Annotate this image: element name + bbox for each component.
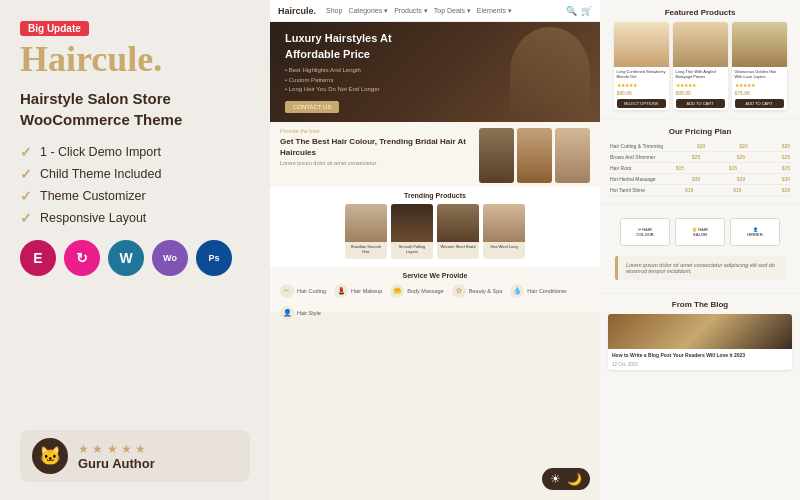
scissors-icon: ✂ bbox=[280, 284, 294, 298]
dark-mode-icon: 🌙 bbox=[567, 472, 582, 486]
search-icon[interactable]: 🔍 bbox=[566, 6, 577, 16]
sim-trending-section: Trending Products Brazilian Smooth Hair … bbox=[270, 187, 600, 267]
trending-label-2: Smooth Falling Layers bbox=[391, 242, 433, 256]
conditioner-icon: 💧 bbox=[510, 284, 524, 298]
author-avatar: 🐱 bbox=[32, 438, 68, 474]
service-beauty-spa: ✿ Beauty & Spa bbox=[452, 284, 503, 298]
trending-item-2: Smooth Falling Layers bbox=[391, 204, 433, 259]
photoshop-badge: Ps bbox=[196, 240, 232, 276]
nav-top-deals[interactable]: Top Deals ▾ bbox=[434, 7, 471, 15]
bridal-img-1 bbox=[479, 128, 514, 183]
services-title: Service We Provide bbox=[280, 272, 590, 279]
featured-name-2: Long Thin With Angled Balayage Pieces bbox=[673, 67, 728, 81]
brand-logo-1: ✂ HAIRCOLOUR bbox=[620, 218, 670, 246]
author-label: Guru Author bbox=[78, 456, 155, 471]
featured-btn-1[interactable]: SELECT OPTIONS bbox=[617, 99, 666, 108]
featured-card-3: Glamorous Golden Hair With Luxe Layers ★… bbox=[732, 22, 787, 110]
featured-stars-3: ★★★★★ bbox=[732, 81, 787, 89]
featured-img-1 bbox=[614, 22, 669, 67]
sim-hero: Luxury Hairstyles At Affordable Price • … bbox=[270, 22, 600, 122]
hero-bullets: • Best Highlights And Length • Custom Pa… bbox=[285, 66, 405, 95]
pricing-row-1: Hair Cutting & Trimming $20 $20 $20 bbox=[610, 141, 790, 152]
main-demo: Haircule. Shop Categories ▾ Products ▾ T… bbox=[270, 0, 600, 500]
nav-shop[interactable]: Shop bbox=[326, 7, 342, 15]
featured-img-3 bbox=[732, 22, 787, 67]
featured-price-2: $85.00 bbox=[673, 89, 728, 97]
check-icon: ✓ bbox=[20, 188, 32, 204]
service-name-1: Hair Cutting bbox=[297, 288, 326, 294]
service-name-2: Hair Makeup bbox=[351, 288, 382, 294]
massage-icon: 🤲 bbox=[390, 284, 404, 298]
check-icon: ✓ bbox=[20, 166, 32, 182]
elementor-badge: E bbox=[20, 240, 56, 276]
bridal-title: Get The Best Hair Colour, Trending Brida… bbox=[280, 136, 473, 158]
testimonial-quote: Lorem ipsum dolor sit amet consectetur a… bbox=[615, 256, 785, 280]
nav-categories[interactable]: Categories ▾ bbox=[348, 7, 388, 15]
brand-logo-2: 🖐 HAIRSALON bbox=[675, 218, 725, 246]
demo-preview: Haircule. Shop Categories ▾ Products ▾ T… bbox=[270, 0, 800, 500]
bridal-img-2 bbox=[517, 128, 552, 183]
service-name-6: Hair Style bbox=[297, 310, 321, 316]
logos-section: ✂ HAIRCOLOUR 🖐 HAIRSALON 👤HIRREN Lorem i… bbox=[600, 205, 800, 294]
featured-name-3: Glamorous Golden Hair With Luxe Layers bbox=[732, 67, 787, 81]
trending-label-4: Sea Wind Long bbox=[488, 242, 519, 251]
bridal-images bbox=[479, 128, 590, 181]
theme-logo: Haircule. bbox=[20, 40, 250, 80]
hero-cta-button[interactable]: CONTACT US bbox=[285, 101, 339, 113]
service-name-5: Hair Conditioner bbox=[527, 288, 567, 294]
blog-title: From The Blog bbox=[608, 300, 792, 309]
trending-title: Trending Products bbox=[280, 192, 590, 199]
author-info: ★ ★ ★ ★ ★ Guru Author bbox=[78, 442, 155, 471]
blog-post-title-1: How to Write a Blog Post Your Readers Wi… bbox=[608, 349, 792, 361]
blog-section: From The Blog How to Write a Blog Post Y… bbox=[600, 294, 800, 380]
pricing-row-4: Hot Herbal Massage $30 $30 $30 bbox=[610, 174, 790, 185]
bridal-text: Provide the best Get The Best Hair Colou… bbox=[280, 128, 473, 181]
spa-icon: ✿ bbox=[452, 284, 466, 298]
services-grid: ✂ Hair Cutting 💄 Hair Makeup 🤲 Body Mass… bbox=[280, 284, 590, 320]
featured-img-2 bbox=[673, 22, 728, 67]
trending-grid: Brazilian Smooth Hair Smooth Falling Lay… bbox=[280, 204, 590, 259]
service-hair-makeup: 💄 Hair Makeup bbox=[334, 284, 382, 298]
update-badge: Big Update bbox=[20, 21, 89, 36]
tech-badges: E ↻ W Wo Ps bbox=[20, 240, 250, 276]
feature-item: ✓ 1 - Click Demo Import bbox=[20, 144, 250, 160]
dark-mode-toggle[interactable]: ☀ 🌙 bbox=[542, 468, 590, 490]
featured-price-3: $75.00 bbox=[732, 89, 787, 97]
trending-img-2 bbox=[391, 204, 433, 242]
sim-bridal-section: Provide the best Get The Best Hair Colou… bbox=[270, 122, 600, 187]
check-icon: ✓ bbox=[20, 210, 32, 226]
makeup-icon: 💄 bbox=[334, 284, 348, 298]
featured-products-grid: Long Confirmed Strawberry Blonde Gel ★★★… bbox=[610, 22, 790, 110]
service-conditioner: 💧 Hair Conditioner bbox=[510, 284, 567, 298]
trending-label-1: Brazilian Smooth Hair bbox=[345, 242, 387, 256]
pricing-row-3: Hair Root $15 $15 $15 bbox=[610, 163, 790, 174]
service-hair-cutting: ✂ Hair Cutting bbox=[280, 284, 326, 298]
pricing-row-5: Hot Tamil Shine $18 $18 $18 bbox=[610, 185, 790, 196]
featured-btn-2[interactable]: ADD TO CART bbox=[676, 99, 725, 108]
pricing-table: Hair Cutting & Trimming $20 $20 $20 Brow… bbox=[610, 141, 790, 196]
trending-img-1 bbox=[345, 204, 387, 242]
featured-card-2: Long Thin With Angled Balayage Pieces ★★… bbox=[673, 22, 728, 110]
woocommerce-badge: Wo bbox=[152, 240, 188, 276]
featured-btn-3[interactable]: ADD TO CART bbox=[735, 99, 784, 108]
update-badge-icon: ↻ bbox=[64, 240, 100, 276]
hero-text: Luxury Hairstyles At Affordable Price • … bbox=[285, 31, 405, 113]
trending-item-4: Sea Wind Long bbox=[483, 204, 525, 259]
trending-img-3 bbox=[437, 204, 479, 242]
nav-products[interactable]: Products ▾ bbox=[394, 7, 428, 15]
service-name-3: Body Massage bbox=[407, 288, 443, 294]
bridal-sub: Lorem ipsum dolor sit amet consectetur bbox=[280, 160, 473, 166]
pricing-title: Our Pricing Plan bbox=[610, 127, 790, 136]
blog-card-1[interactable]: How to Write a Blog Post Your Readers Wi… bbox=[608, 314, 792, 370]
author-section: 🐱 ★ ★ ★ ★ ★ Guru Author bbox=[20, 430, 250, 482]
pricing-row-2: Brows And Shimmer $25 $25 $25 bbox=[610, 152, 790, 163]
service-hair-style: 👤 Hair Style bbox=[280, 306, 321, 320]
blog-thumbnail-1 bbox=[608, 314, 792, 349]
cart-icon[interactable]: 🛒 bbox=[581, 6, 592, 16]
logos-grid: ✂ HAIRCOLOUR 🖐 HAIRSALON 👤HIRREN bbox=[610, 213, 790, 251]
nav-elements[interactable]: Elements ▾ bbox=[477, 7, 512, 15]
trending-img-4 bbox=[483, 204, 525, 242]
featured-name-1: Long Confirmed Strawberry Blonde Gel bbox=[614, 67, 669, 81]
service-name-4: Beauty & Spa bbox=[469, 288, 503, 294]
website-simulation: Haircule. Shop Categories ▾ Products ▾ T… bbox=[270, 0, 600, 500]
